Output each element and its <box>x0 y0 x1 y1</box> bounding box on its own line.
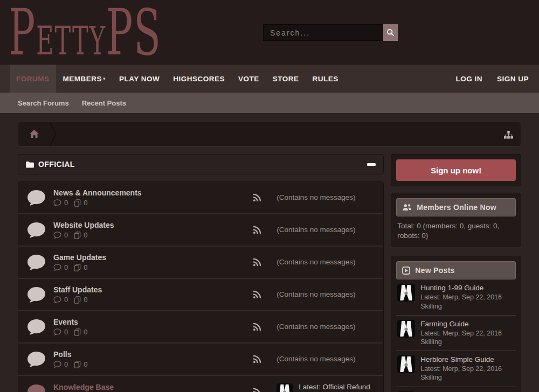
forum-title[interactable]: Polls <box>53 350 245 359</box>
nav-item-rules[interactable]: RULES <box>306 65 345 93</box>
chevron-down-icon: ▾ <box>103 76 106 81</box>
nav-item-highscores[interactable]: HIGHSCORES <box>167 65 231 93</box>
main-nav: FORUMS MEMBERS▾ PLAY NOW HIGHSCORES VOTE… <box>0 65 539 93</box>
forum-row-knowledge-base[interactable]: Knowledge Base 0 0 Latest: Official Refu… <box>18 376 383 392</box>
forum-row-staff-updates[interactable]: Staff Updates 0 0 (Contains no messages) <box>18 279 383 311</box>
discussion-count: 0 <box>64 328 68 336</box>
site-header: PETTYPS <box>0 0 539 65</box>
forum-latest: (Contains no messages) <box>269 257 383 267</box>
forum-list: News & Announcements 0 0 (Contains no me… <box>18 181 384 392</box>
users-icon <box>402 204 412 211</box>
new-post-item[interactable]: Herblore Simple Guide Latest: Merp, Sep … <box>396 351 516 387</box>
logo-text: PS <box>106 0 162 69</box>
post-title[interactable]: Farming Guide <box>420 320 502 329</box>
comment-icon <box>53 328 61 335</box>
forum-stats: 0 0 <box>53 360 245 368</box>
forum-latest: (Contains no messages) <box>269 193 383 202</box>
new-posts-panel: New Posts Hunting 1-99 Guide Latest: Mer… <box>391 256 521 392</box>
new-post-item[interactable]: Hunting 1-99 Guide Latest: Merp, Sep 22,… <box>396 279 516 315</box>
forum-stats: 0 0 <box>53 296 245 304</box>
message-count: 0 <box>84 231 87 239</box>
comment-icon <box>53 361 61 368</box>
forum-title[interactable]: Game Updates <box>53 253 245 262</box>
rss-icon[interactable] <box>245 193 269 202</box>
forum-title[interactable]: Events <box>53 318 245 326</box>
members-online-total: Total: 0 (members: 0, guests: 0, robots:… <box>396 216 516 242</box>
post-latest: Latest: Merp, Sep 22, 2016 <box>420 329 502 338</box>
forum-latest: (Contains no messages) <box>269 322 383 332</box>
post-category[interactable]: Skilling <box>420 338 502 346</box>
post-category[interactable]: Skilling <box>420 373 502 382</box>
discussion-count: 0 <box>64 296 68 304</box>
forum-latest: (Contains no messages) <box>269 354 383 364</box>
breadcrumb <box>18 122 521 146</box>
messages-icon <box>74 296 81 304</box>
rss-icon[interactable] <box>245 258 269 267</box>
forums-column: OFFICIAL News & Announcements 0 <box>18 154 384 392</box>
discussion-count: 0 <box>64 199 68 207</box>
forum-title[interactable]: Staff Updates <box>53 285 245 294</box>
messages-icon <box>74 199 81 207</box>
post-title[interactable]: Herblore Simple Guide <box>420 355 502 365</box>
discussion-count: 0 <box>64 263 68 271</box>
category-header-official[interactable]: OFFICIAL <box>18 154 384 174</box>
nav-item-forums[interactable]: FORUMS <box>10 65 56 93</box>
post-title[interactable]: Hunting 1-99 Guide <box>420 284 502 293</box>
rss-icon[interactable] <box>245 355 269 363</box>
nav-label: FORUMS <box>16 75 50 83</box>
avatar[interactable] <box>397 355 415 373</box>
subnav-recent-posts[interactable]: Recent Posts <box>82 99 126 107</box>
rss-icon[interactable] <box>245 388 269 392</box>
forum-row-news-announcements[interactable]: News & Announcements 0 0 (Contains no me… <box>18 182 383 214</box>
breadcrumb-home[interactable] <box>18 130 50 138</box>
folder-icon <box>26 161 34 168</box>
collapse-icon[interactable] <box>367 163 376 166</box>
nav-item-members[interactable]: MEMBERS▾ <box>57 65 113 93</box>
forum-latest: (Contains no messages) <box>269 290 383 299</box>
post-category[interactable]: Skilling <box>420 302 502 311</box>
forum-row-game-updates[interactable]: Game Updates 0 0 (Contains no messages) <box>18 247 383 279</box>
rss-icon[interactable] <box>245 323 269 331</box>
nav-item-vote[interactable]: VOTE <box>232 65 266 93</box>
log-in-button[interactable]: LOG IN <box>448 65 489 93</box>
avatar[interactable] <box>397 320 415 338</box>
new-post-item[interactable]: Farming Guide Latest: Merp, Sep 22, 2016… <box>396 316 516 351</box>
sitemap-icon[interactable] <box>504 122 513 147</box>
messages-icon <box>74 264 81 271</box>
sign-up-now-button[interactable]: Sign up now! <box>396 159 516 181</box>
sign-up-button[interactable]: SIGN UP <box>490 65 536 93</box>
speech-bubble-icon <box>27 254 46 271</box>
nav-label: RULES <box>313 75 338 83</box>
new-post-item[interactable]: Ironman Modes Information Latest: Merp, … <box>396 387 516 392</box>
forum-latest[interactable]: Latest: Official Refund Policy <box>269 382 383 392</box>
nav-item-store[interactable]: STORE <box>266 65 306 93</box>
forum-row-events[interactable]: Events 0 0 (Contains no messages) <box>18 311 383 344</box>
nav-label: STORE <box>273 75 299 83</box>
message-count: 0 <box>84 199 87 207</box>
rss-icon[interactable] <box>245 290 269 299</box>
search-input[interactable] <box>263 24 383 41</box>
speech-bubble-icon <box>27 286 46 303</box>
forum-row-website-updates[interactable]: Website Updates 0 0 (Contains no message… <box>18 214 383 247</box>
forum-row-polls[interactable]: Polls 0 0 (Contains no messages) <box>18 344 383 376</box>
nav-label: SIGN UP <box>497 75 529 83</box>
forum-title[interactable]: Website Updates <box>53 221 245 229</box>
messages-icon <box>74 328 81 336</box>
site-logo[interactable]: PETTYPS <box>9 2 162 71</box>
nav-item-play-now[interactable]: PLAY NOW <box>113 65 166 93</box>
forum-title[interactable]: News & Announcements <box>53 188 245 197</box>
search-button[interactable] <box>383 24 398 41</box>
new-posts-icon <box>402 267 410 275</box>
search-icon <box>386 29 395 37</box>
rss-icon[interactable] <box>245 226 269 234</box>
avatar[interactable] <box>397 284 415 302</box>
forum-stats: 0 0 <box>53 263 245 271</box>
nav-label: PLAY NOW <box>119 75 160 83</box>
forum-title[interactable]: Knowledge Base <box>53 383 245 391</box>
comment-icon <box>53 264 61 271</box>
subnav-search-forums[interactable]: Search Forums <box>18 99 69 107</box>
nav-label: VOTE <box>238 75 259 83</box>
breadcrumb-separator <box>50 122 57 146</box>
nav-label: MEMBERS <box>63 75 102 83</box>
page-content: OFFICIAL News & Announcements 0 <box>0 113 539 392</box>
